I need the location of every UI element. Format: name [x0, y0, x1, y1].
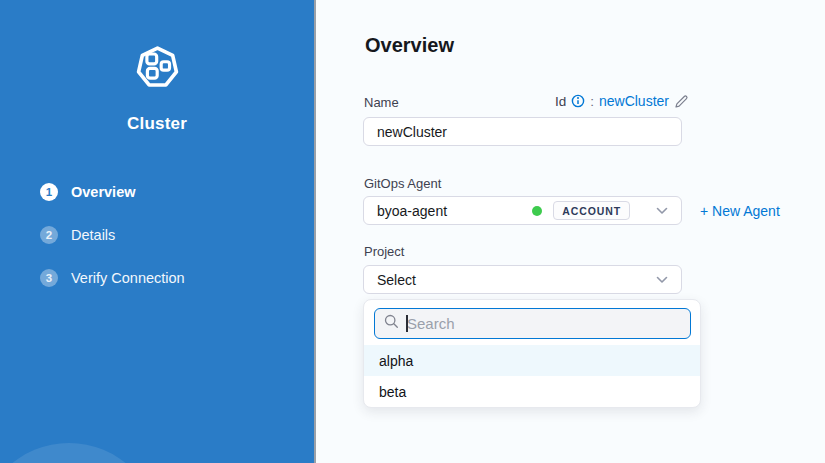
- chevron-down-icon: [656, 276, 668, 284]
- cluster-wizard: Cluster 1 Overview 2 Details 3 Verify Co…: [0, 0, 825, 463]
- wizard-steps: 1 Overview 2 Details 3 Verify Connection: [40, 183, 185, 312]
- step-number-badge: 3: [40, 269, 58, 287]
- wizard-sidebar: Cluster 1 Overview 2 Details 3 Verify Co…: [0, 0, 314, 463]
- chevron-down-icon: [656, 207, 668, 215]
- step-label: Overview: [71, 184, 136, 200]
- project-select[interactable]: Select: [363, 265, 682, 294]
- name-input[interactable]: [363, 117, 682, 146]
- step-label: Verify Connection: [71, 270, 185, 286]
- id-line: Id : newCluster: [363, 93, 689, 109]
- new-agent-button[interactable]: + New Agent: [700, 196, 780, 225]
- cluster-icon: [0, 43, 314, 96]
- search-input[interactable]: [399, 315, 681, 332]
- project-options: alpha beta: [364, 345, 700, 407]
- search-icon: [384, 314, 399, 333]
- decorative-circle: [0, 443, 159, 463]
- page-title: Overview: [365, 34, 454, 57]
- id-label: Id: [555, 94, 566, 109]
- step-number-badge: 2: [40, 226, 58, 244]
- wizard-title: Cluster: [0, 114, 314, 134]
- step-number-badge: 1: [40, 183, 58, 201]
- text-caret: [406, 315, 408, 332]
- id-value-link[interactable]: newCluster: [599, 93, 669, 109]
- info-icon[interactable]: [571, 94, 585, 108]
- step-details[interactable]: 2 Details: [40, 226, 185, 244]
- step-overview[interactable]: 1 Overview: [40, 183, 185, 201]
- gitops-agent-label: GitOps Agent: [364, 176, 441, 191]
- project-label: Project: [364, 244, 404, 259]
- gitops-agent-select[interactable]: byoa-agent ACCOUNT: [363, 196, 682, 225]
- dropdown-option[interactable]: alpha: [364, 345, 700, 376]
- project-dropdown-panel: alpha beta: [363, 299, 701, 408]
- agent-health-dot: [532, 206, 542, 216]
- agent-value: byoa-agent: [377, 203, 447, 219]
- step-label: Details: [71, 227, 115, 243]
- edit-pencil-icon[interactable]: [674, 94, 689, 109]
- project-selected-value: Select: [377, 272, 416, 288]
- dropdown-option[interactable]: beta: [364, 376, 700, 407]
- dropdown-search[interactable]: [374, 308, 691, 339]
- step-verify-connection[interactable]: 3 Verify Connection: [40, 269, 185, 287]
- id-separator: :: [590, 94, 594, 109]
- agent-scope-badge: ACCOUNT: [553, 201, 630, 220]
- overview-form: Overview Name Id : newCluster GitOps Ag: [316, 0, 825, 463]
